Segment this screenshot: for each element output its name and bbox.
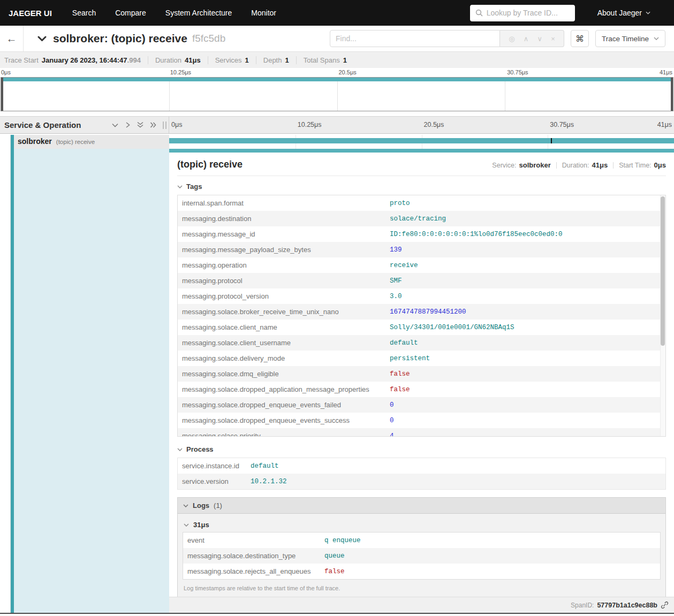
selected-row-background (14, 149, 169, 613)
tag-value: SMF (385, 277, 402, 285)
chevron-down-icon (184, 523, 189, 527)
collapse-all-icon[interactable] (137, 121, 144, 128)
span-detail-title: (topic) receive (177, 159, 243, 170)
find-input[interactable] (330, 30, 500, 47)
process-accordion-header[interactable]: Process (177, 445, 666, 453)
timeline-tick: 10.25μs (298, 121, 322, 128)
log-field-key: messaging.solace.destination_type (183, 552, 320, 560)
trace-summary-item: Duration 41μs (141, 56, 201, 64)
span-track[interactable] (169, 135, 674, 149)
tag-key: messaging.solace.dropped_application_mes… (178, 385, 385, 393)
tag-value: persistent (385, 355, 430, 362)
app-brand[interactable]: JAEGER UI (9, 9, 52, 18)
trace-summary-item: Total Spans 1 (289, 56, 347, 64)
minimap-left-handle[interactable] (1, 78, 3, 111)
span-detail-meta: Service: solbroker Duration: 41μs Start … (492, 161, 666, 169)
tag-row: internal.span.format proto (178, 195, 665, 211)
keyboard-shortcuts-button[interactable]: ⌘ (571, 30, 589, 47)
log-entry-accordion-header[interactable]: 31μs (184, 521, 661, 529)
tag-value: 0 (385, 417, 394, 424)
timeline-minimap[interactable] (1, 77, 673, 111)
timeline-tick: 0μs (171, 121, 182, 128)
tag-value: false (385, 370, 410, 378)
tag-key: messaging.solace.dropped_enqueue_events_… (178, 401, 385, 409)
expand-one-icon[interactable] (125, 121, 131, 128)
meta-item: Duration: 41μs (551, 161, 608, 169)
span-id-footer: SpanID: 57797b1a1c9ec88b (169, 597, 674, 613)
tag-value: 1674747887994451200 (385, 308, 466, 316)
minimap-tick: 41μs (660, 69, 672, 75)
tag-row: messaging.solace.dropped_enqueue_events_… (178, 413, 665, 428)
trace-summary-item: Services 1 (201, 56, 249, 64)
chevron-down-icon (177, 185, 183, 188)
tags-scrollbar-thumb[interactable] (661, 196, 665, 346)
minimap-tick-labels: 0μs10.25μs20.5μs30.75μs41μs (0, 68, 674, 77)
tag-key: messaging.destination (178, 215, 385, 223)
chevron-down-icon (183, 504, 188, 507)
prev-result-icon[interactable]: ∧ (524, 35, 529, 43)
tags-table: internal.span.format proto messaging.des… (177, 195, 666, 437)
nav-menu-item[interactable]: Monitor (251, 9, 276, 17)
nav-menu-item[interactable]: Compare (115, 9, 146, 17)
back-button[interactable]: ← (0, 26, 24, 51)
logs-accordion-header[interactable]: Logs (1) (178, 498, 665, 514)
process-row: service.version 10.2.1.32 (178, 474, 665, 489)
tag-row: messaging.operation receive (178, 257, 665, 273)
chevron-down-icon (646, 11, 650, 14)
nav-menu-item[interactable]: System Architecture (165, 9, 232, 17)
clear-find-icon[interactable]: × (551, 35, 555, 43)
tag-key: messaging.message_id (178, 230, 385, 238)
process-row: service.instance.id default (178, 458, 665, 474)
minimap-tick: 30.75μs (507, 69, 528, 75)
span-service-name: solbroker (18, 137, 52, 146)
logs-timestamp-note: Log timestamps are relative to the start… (184, 585, 661, 591)
timeline-tick: 30.75μs (550, 121, 574, 128)
log-field-key: event (183, 536, 320, 544)
jaeger-trace-page: JAEGER UI SearchCompareSystem Architectu… (0, 0, 674, 616)
tag-key: messaging.solace.dmq_eligible (178, 370, 385, 378)
collapse-one-icon[interactable] (111, 122, 119, 128)
timeline-tick: 20.5μs (424, 121, 444, 128)
logs-count: (1) (214, 501, 222, 509)
trace-toolbar: ← solbroker: (topic) receive f5fc5db ◎ ∧… (0, 26, 674, 52)
tag-key: internal.span.format (178, 199, 385, 207)
timeline-ticks-header: 0μs10.25μs20.5μs30.75μs41μs (169, 117, 674, 133)
nav-menu: SearchCompareSystem ArchitectureMonitor (72, 9, 276, 17)
tag-row: messaging.solace.priority 4 (178, 428, 665, 437)
copy-link-icon[interactable] (661, 601, 669, 609)
tag-value: 139 (385, 246, 402, 254)
tag-key: messaging.protocol_version (178, 292, 385, 300)
match-highlight-icon[interactable]: ◎ (509, 35, 514, 43)
chevron-down-icon (177, 448, 183, 451)
span-operation-name: (topic) receive (56, 139, 95, 145)
bottom-scroll-edge[interactable] (0, 613, 674, 616)
tag-key: messaging.solace.client_name (178, 323, 385, 331)
tags-accordion-header[interactable]: Tags (177, 182, 666, 191)
tag-key: messaging.operation (178, 261, 385, 269)
next-result-icon[interactable]: ∨ (537, 35, 542, 43)
tag-value: false (385, 386, 410, 393)
minimap-right-handle[interactable] (671, 78, 673, 111)
span-id-value: 57797b1a1c9ec88b (597, 602, 657, 609)
log-field-value: q enqueue (320, 537, 361, 544)
nav-menu-item[interactable]: Search (72, 9, 96, 17)
span-duration-bar[interactable] (169, 138, 674, 143)
collapse-trace-chevron-icon[interactable] (37, 36, 47, 42)
search-icon (475, 9, 483, 17)
column-resize-handle[interactable] (163, 121, 166, 129)
about-jaeger-dropdown[interactable]: About Jaeger (597, 9, 650, 17)
span-name-cell[interactable]: solbroker (topic) receive (14, 135, 169, 149)
tag-key: messaging.solace.broker_receive_time_uni… (178, 308, 385, 316)
log-marker-tick[interactable] (551, 138, 552, 143)
tag-row: messaging.solace.dropped_enqueue_events_… (178, 397, 665, 413)
tag-value: receive (385, 262, 418, 269)
trace-id-lookup-input[interactable]: Lookup by Trace ID... (470, 5, 575, 21)
detail-span-accent-bar (169, 149, 674, 153)
trace-view-selector[interactable]: Trace Timeline (595, 30, 665, 47)
process-table: service.instance.id default service.vers… (177, 458, 666, 490)
expand-all-icon[interactable] (150, 121, 157, 128)
chevron-down-icon (654, 37, 659, 40)
tag-row: messaging.destination solace/tracing (178, 211, 665, 226)
log-field-value: false (320, 568, 345, 575)
span-row[interactable]: solbroker (topic) receive (0, 135, 674, 149)
